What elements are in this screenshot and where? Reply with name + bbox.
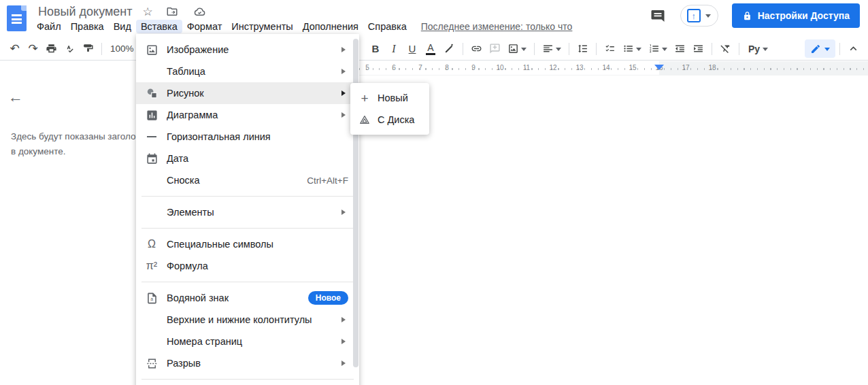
- submenu-arrow-icon: [341, 361, 348, 366]
- ruler-number: 14: [602, 64, 610, 71]
- move-to-folder-icon[interactable]: [163, 3, 181, 20]
- ruler-number: 11: [523, 64, 530, 71]
- present-icon: ↑: [687, 9, 701, 22]
- submenu-arrow-icon: [341, 112, 348, 118]
- menu-item-label: Изображение: [167, 44, 335, 55]
- toolbar: ↶ ↷ 100% B I U A: [0, 37, 868, 61]
- menu-item-equation[interactable]: π² Формула: [136, 255, 359, 277]
- bold-button[interactable]: B: [367, 40, 385, 58]
- menu-item-label: Разрыв: [167, 358, 335, 369]
- document-title[interactable]: Новый документ: [38, 5, 133, 19]
- menu-item-watermark[interactable]: a Водяной знак Новое: [136, 287, 359, 309]
- ruler-ticks: [359, 68, 868, 70]
- zoom-select[interactable]: 100%: [106, 44, 138, 54]
- underline-button[interactable]: U: [403, 40, 422, 58]
- ruler[interactable]: 5 6 7 8 9 10 11 12 13 14 15 16 17 18: [359, 61, 868, 76]
- numbered-list-button[interactable]: [645, 40, 671, 58]
- collapse-toolbar-icon[interactable]: [844, 40, 863, 58]
- share-button[interactable]: Настройки Доступа: [732, 3, 860, 28]
- insert-link-icon[interactable]: [467, 40, 486, 58]
- menu-item-label: Сноска: [167, 175, 300, 186]
- align-button[interactable]: [539, 40, 565, 58]
- ruler-number: 18: [708, 64, 716, 71]
- submenu-arrow-icon: [341, 210, 348, 215]
- decrease-indent-icon[interactable]: [671, 40, 689, 58]
- increase-indent-icon[interactable]: [689, 40, 707, 58]
- divider: [596, 43, 597, 55]
- menu-file[interactable]: Файл: [32, 20, 66, 33]
- menu-item-special-characters[interactable]: Ω Специальные символы: [136, 233, 359, 255]
- clear-formatting-icon[interactable]: [716, 40, 735, 58]
- divider: [739, 43, 739, 55]
- menu-tools[interactable]: Инструменты: [227, 20, 297, 33]
- italic-button[interactable]: I: [385, 40, 403, 58]
- menu-item-drawing[interactable]: Рисунок: [136, 82, 359, 104]
- menu-separator: [141, 228, 354, 229]
- menu-item-label: Водяной знак: [167, 292, 301, 303]
- menu-item-label: Специальные символы: [167, 239, 348, 250]
- divider: [712, 43, 712, 55]
- ruler-number: 12: [549, 64, 556, 71]
- menu-separator: [141, 282, 354, 282]
- save-status-cloud-icon[interactable]: [191, 3, 209, 20]
- chevron-down-icon: [521, 48, 527, 54]
- menu-item-chart[interactable]: Диаграмма: [136, 104, 359, 126]
- bulleted-list-button[interactable]: [619, 40, 645, 58]
- menu-item-table[interactable]: Таблица: [136, 61, 359, 82]
- menu-item-building-blocks[interactable]: Элементы: [136, 201, 359, 223]
- comments-icon[interactable]: [649, 7, 667, 24]
- paint-format-icon[interactable]: [79, 40, 97, 58]
- menu-item-page-numbers[interactable]: Номера страниц: [136, 331, 359, 352]
- highlight-color-icon[interactable]: [440, 40, 458, 58]
- editing-mode-button[interactable]: [805, 39, 835, 58]
- ruler-number: 7: [418, 64, 422, 71]
- lock-icon: [742, 11, 752, 21]
- menu-item-date[interactable]: Дата: [136, 148, 359, 169]
- image-icon: [144, 42, 159, 57]
- present-button[interactable]: ↑: [680, 5, 718, 27]
- insert-image-icon[interactable]: [504, 40, 530, 58]
- menu-item-break[interactable]: Разрыв: [136, 352, 359, 374]
- print-icon[interactable]: [42, 40, 61, 58]
- menu-separator: [141, 196, 354, 197]
- chart-icon: [144, 107, 159, 122]
- menu-insert[interactable]: Вставка: [136, 20, 182, 33]
- redo-icon[interactable]: ↷: [24, 40, 42, 58]
- undo-icon[interactable]: ↶: [5, 40, 24, 58]
- close-outline-arrow-icon[interactable]: ←: [8, 88, 23, 106]
- chevron-down-icon: [824, 48, 830, 54]
- svg-text:a: a: [150, 297, 153, 301]
- drive-icon: [358, 112, 371, 127]
- checklist-icon[interactable]: [601, 40, 619, 58]
- menu-separator: [141, 379, 354, 380]
- submenu-item-label: Новый: [378, 93, 420, 103]
- spellcheck-icon[interactable]: [61, 40, 79, 58]
- docs-logo[interactable]: [7, 5, 27, 31]
- menu-edit[interactable]: Правка: [66, 20, 109, 33]
- menu-view[interactable]: Вид: [109, 20, 136, 33]
- logo-fold: [21, 5, 27, 11]
- plus-icon: +: [358, 90, 371, 105]
- submenu-item-new[interactable]: + Новый: [350, 87, 429, 109]
- menu-addons[interactable]: Дополнения: [298, 20, 363, 33]
- submenu-item-from-drive[interactable]: С Диска: [350, 109, 429, 131]
- star-icon[interactable]: ☆: [143, 6, 153, 18]
- ruler-number: 9: [471, 64, 475, 71]
- document-canvas[interactable]: [359, 76, 868, 385]
- menu-item-image[interactable]: Изображение: [136, 39, 359, 61]
- menu-format[interactable]: Формат: [182, 20, 227, 33]
- last-edit-link[interactable]: Последнее изменение: только что: [421, 21, 573, 32]
- menu-item-footnote[interactable]: Сноска Ctrl+Alt+F: [136, 169, 359, 191]
- divider: [534, 43, 535, 55]
- ruler-number: 6: [392, 64, 396, 71]
- input-tools-button[interactable]: Ру: [744, 40, 773, 58]
- menu-item-label: Горизонтальная линия: [167, 131, 348, 142]
- right-indent-marker[interactable]: [654, 65, 664, 70]
- menu-help[interactable]: Справка: [363, 20, 412, 33]
- pencil-icon: [810, 44, 821, 54]
- menu-item-horizontal-line[interactable]: Горизонтальная линия: [136, 126, 359, 148]
- drawing-icon: [144, 86, 159, 101]
- menu-item-headers-footers[interactable]: Верхние и нижние колонтитулы: [136, 309, 359, 331]
- line-spacing-icon[interactable]: [573, 40, 592, 58]
- text-color-button[interactable]: A: [422, 40, 440, 58]
